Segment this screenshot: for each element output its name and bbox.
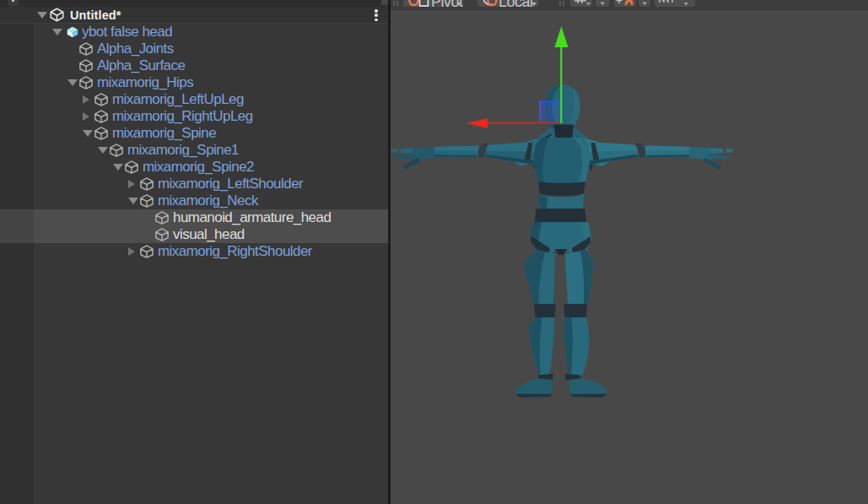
svg-text:Local: Local (499, 0, 533, 7)
